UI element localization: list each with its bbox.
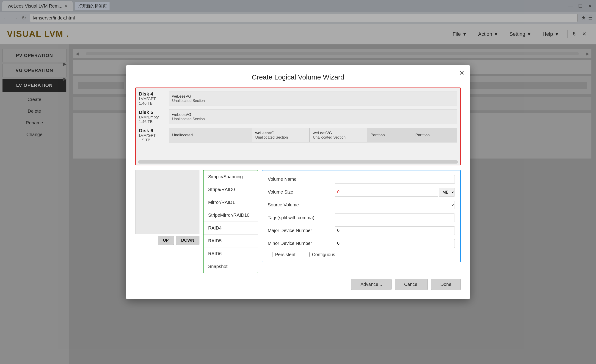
volume-size-row: Volume Size MB GB TB <box>268 188 455 197</box>
vtype-mirror-raid1[interactable]: Mirror/RAID1 <box>204 196 258 209</box>
disk-4-type: LVM/GPT <box>139 97 166 101</box>
volume-size-label: Volume Size <box>268 189 332 195</box>
disk-4-info: Disk 4 LVM/GPT 1.46 TB <box>139 91 169 106</box>
disk-6-size: 1.5 TB <box>139 138 166 143</box>
vtype-raid5[interactable]: RAID5 <box>204 235 258 248</box>
persistent-checkbox[interactable] <box>268 252 273 257</box>
modal-overlay: ✕ Create Logical Volume Wizard Disk 4 LV… <box>0 0 596 364</box>
create-lv-wizard-dialog: ✕ Create Logical Volume Wizard Disk 4 LV… <box>126 65 470 299</box>
disk-6-s3-label: weLeesVG <box>313 131 364 135</box>
disk-6-s2-sublabel: Unallocated Section <box>255 135 306 139</box>
disk-5-size: 1.46 TB <box>139 120 166 124</box>
disk-row-4: Disk 4 LVM/GPT 1.46 TB weLeesVG Unalloca… <box>139 91 457 106</box>
disk-5-s1-label: weLeesVG <box>172 112 454 117</box>
disk-panel-hscroll[interactable] <box>138 160 458 164</box>
disk-4-section-1[interactable]: weLeesVG Unallocated Section <box>169 91 457 106</box>
disk-6-section-part1[interactable]: Partition <box>367 128 412 142</box>
contiguous-checkbox[interactable] <box>305 252 310 257</box>
cancel-button[interactable]: Cancel <box>395 279 428 290</box>
volume-name-row: Volume Name <box>268 175 455 184</box>
disk-6-s3-sublabel: Unallocated Section <box>313 135 364 139</box>
volume-size-wrap: MB GB TB <box>335 188 455 197</box>
minor-device-label: Minor Device Number <box>268 241 332 246</box>
done-button[interactable]: Done <box>431 279 461 290</box>
volume-config-panel: Volume Name Volume Size MB GB TB <box>262 170 461 262</box>
preview-area <box>135 170 199 234</box>
volume-name-label: Volume Name <box>268 177 332 182</box>
volume-size-input[interactable] <box>335 188 438 197</box>
disk-6-info: Disk 6 LVM/GPT 1.5 TB <box>139 128 169 143</box>
disk-list-panel[interactable]: Disk 4 LVM/GPT 1.46 TB weLeesVG Unalloca… <box>135 87 461 165</box>
disk-6-section-unalloc[interactable]: Unallocated <box>169 128 252 142</box>
disk-5-info: Disk 5 LVM/Empty 1.46 TB <box>139 109 169 124</box>
up-down-buttons: UP DOWN <box>135 236 199 245</box>
disk-6-section-part2[interactable]: Partition <box>412 128 457 142</box>
checkbox-row: Persistent Contiguous <box>268 252 455 257</box>
contiguous-text: Contiguous <box>312 252 335 257</box>
disk-6-section-vg1[interactable]: weLeesVG Unallocated Section <box>252 128 310 142</box>
disk-6-s1-label: Unallocated <box>172 133 249 138</box>
tags-label: Tags(split with comma) <box>268 215 332 220</box>
contiguous-label: Contiguous <box>305 252 335 257</box>
disk-6-s5-label: Partition <box>415 133 454 138</box>
advance-button[interactable]: Advance... <box>351 279 392 290</box>
persistent-text: Persistent <box>275 252 296 257</box>
volume-name-input[interactable] <box>335 175 455 184</box>
tags-row: Tags(split with comma) <box>268 213 455 222</box>
source-volume-row: Source Volume <box>268 201 455 209</box>
up-button[interactable]: UP <box>158 236 174 245</box>
disk-5-partitions: weLeesVG Unallocated Section <box>169 109 457 124</box>
persistent-label: Persistent <box>268 252 296 257</box>
disk-6-partitions: Unallocated weLeesVG Unallocated Section… <box>169 128 457 143</box>
disk-4-size: 1.46 TB <box>139 101 166 106</box>
modal-footer: Advance... Cancel Done <box>135 279 461 290</box>
volume-size-unit-select[interactable]: MB GB TB <box>439 188 455 197</box>
disk-4-s1-sublabel: Unallocated Section <box>172 99 454 103</box>
dialog-title: Create Logical Volume Wizard <box>135 73 461 81</box>
dialog-close-button[interactable]: ✕ <box>459 69 464 77</box>
disk-6-section-vg2[interactable]: weLeesVG Unallocated Section <box>310 128 367 142</box>
major-device-input[interactable] <box>335 226 455 235</box>
disk-5-section-1[interactable]: weLeesVG Unallocated Section <box>169 110 457 124</box>
preview-area-wrap: UP DOWN <box>135 170 199 245</box>
volume-type-list: Simple/Spanning Stripe/RAID0 Mirror/RAID… <box>203 170 258 273</box>
disk-6-s4-label: Partition <box>370 133 409 138</box>
disk-5-name: Disk 5 <box>139 109 166 115</box>
disk-row-5: Disk 5 LVM/Empty 1.46 TB weLeesVG Unallo… <box>139 109 457 124</box>
major-device-row: Major Device Number <box>268 226 455 235</box>
down-button[interactable]: DOWN <box>176 236 199 245</box>
source-volume-select[interactable] <box>335 201 455 209</box>
minor-device-input[interactable] <box>335 239 455 248</box>
disk-6-name: Disk 6 <box>139 128 166 133</box>
disk-6-type: LVM/GPT <box>139 133 166 138</box>
tags-input[interactable] <box>335 213 455 222</box>
disk-5-type: LVM/Empty <box>139 115 166 120</box>
minor-device-row: Minor Device Number <box>268 239 455 248</box>
modal-bottom-section: UP DOWN Simple/Spanning Stripe/RAID0 Mir… <box>135 170 461 273</box>
source-volume-label: Source Volume <box>268 202 332 208</box>
disk-4-s1-label: weLeesVG <box>172 94 454 99</box>
vtype-stripemirror-raid10[interactable]: StripeMirror/RAID10 <box>204 209 258 222</box>
disk-4-partitions: weLeesVG Unallocated Section <box>169 91 457 106</box>
disk-6-s2-label: weLeesVG <box>255 131 306 135</box>
major-device-label: Major Device Number <box>268 228 332 233</box>
vtype-snapshot[interactable]: Snapshot <box>204 260 258 273</box>
disk-4-name: Disk 4 <box>139 91 166 97</box>
vtype-simple-spanning[interactable]: Simple/Spanning <box>204 170 258 183</box>
disk-row-6: Disk 6 LVM/GPT 1.5 TB Unallocated weLees… <box>139 128 457 143</box>
vtype-stripe-raid0[interactable]: Stripe/RAID0 <box>204 183 258 196</box>
vtype-raid6[interactable]: RAID6 <box>204 248 258 260</box>
vtype-raid4[interactable]: RAID4 <box>204 222 258 235</box>
disk-5-s1-sublabel: Unallocated Section <box>172 117 454 121</box>
